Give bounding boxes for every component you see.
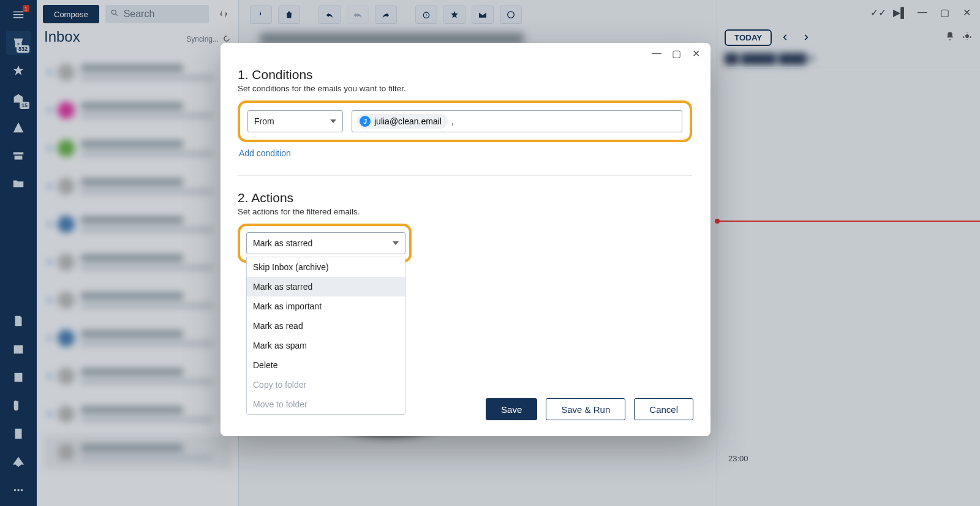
window-close-icon[interactable]: ✕ bbox=[960, 6, 973, 18]
email-chip[interactable]: J julia@clean.email bbox=[357, 114, 448, 129]
svg-point-1 bbox=[17, 489, 20, 491]
time-label: 23:00 bbox=[728, 454, 748, 463]
action-select[interactable]: Mark as starred bbox=[246, 232, 405, 254]
mark-read-icon[interactable] bbox=[472, 6, 494, 24]
dialog-minimize-icon[interactable]: — bbox=[652, 48, 662, 58]
contacts-nav-icon[interactable] bbox=[6, 365, 31, 390]
chevron-down-icon bbox=[330, 119, 336, 123]
dialog-close-icon[interactable]: ✕ bbox=[691, 48, 701, 58]
delete-icon[interactable] bbox=[278, 6, 300, 24]
cal-prev-icon[interactable] bbox=[778, 30, 793, 45]
conditions-title: 1. Conditions bbox=[238, 67, 692, 82]
message-list-pane: Compose Search Inbox Syncing... bbox=[37, 0, 239, 506]
input-trailing: , bbox=[451, 116, 454, 126]
folder-title: Inbox bbox=[44, 28, 80, 45]
action-option-mark-important[interactable]: Mark as important bbox=[247, 296, 405, 316]
spam-icon[interactable] bbox=[500, 6, 522, 24]
dialog-titlebar: — ▢ ✕ bbox=[221, 43, 710, 64]
attachments-nav-icon[interactable] bbox=[6, 393, 31, 418]
chip-avatar: J bbox=[360, 116, 371, 127]
calendar-timeline[interactable]: 23:00 bbox=[717, 67, 980, 506]
action-option-copy-folder[interactable]: Copy to folder bbox=[247, 375, 405, 395]
drive-nav-icon[interactable] bbox=[6, 450, 31, 474]
window-maximize-icon[interactable]: ▢ bbox=[938, 6, 951, 18]
archive-nav-icon[interactable] bbox=[6, 143, 31, 168]
svg-point-2 bbox=[21, 489, 23, 491]
reply-all-icon[interactable] bbox=[347, 6, 369, 24]
compose-button[interactable]: Compose bbox=[43, 5, 99, 23]
outbox-nav-icon[interactable]: 15 bbox=[6, 87, 31, 111]
add-condition-link[interactable]: Add condition bbox=[239, 148, 692, 158]
reply-icon[interactable] bbox=[318, 6, 341, 24]
inbox-nav-icon[interactable]: 832 bbox=[6, 31, 31, 55]
conditions-highlight: From J julia@clean.email , bbox=[238, 100, 692, 142]
cancel-button[interactable]: Cancel bbox=[634, 398, 693, 420]
chevron-down-icon bbox=[393, 241, 399, 245]
more-nav-icon[interactable] bbox=[6, 478, 31, 502]
section-divider bbox=[238, 175, 692, 176]
action-dropdown-list: Skip Inbox (archive) Mark as starred Mar… bbox=[246, 257, 405, 415]
menu-badge: 1 bbox=[23, 5, 29, 12]
save-button[interactable]: Save bbox=[486, 398, 537, 420]
action-option-delete[interactable]: Delete bbox=[247, 355, 405, 375]
condition-field-select[interactable]: From bbox=[247, 110, 343, 132]
action-option-mark-spam[interactable]: Mark as spam bbox=[247, 336, 405, 355]
window-controls: ✓✓ ▶▌ — ▢ ✕ bbox=[717, 0, 980, 25]
star-nav-icon[interactable] bbox=[6, 59, 31, 83]
search-icon bbox=[110, 9, 119, 20]
nav-sidebar: 1 832 15 bbox=[0, 0, 37, 506]
condition-value-input[interactable]: J julia@clean.email , bbox=[352, 110, 682, 132]
svg-point-3 bbox=[111, 10, 116, 14]
draft-nav-icon[interactable] bbox=[6, 309, 31, 333]
svg-point-0 bbox=[14, 489, 17, 491]
calendar-date-header[interactable]: ██ █████ ████ ▾ bbox=[717, 50, 980, 67]
actions-subtitle: Set actions for the filtered emails. bbox=[238, 207, 692, 216]
filter-rule-dialog: — ▢ ✕ 1. Conditions Set conditions for t… bbox=[221, 43, 710, 436]
settings-icon[interactable] bbox=[962, 31, 973, 44]
notifications-icon[interactable] bbox=[944, 31, 956, 44]
menu-icon[interactable]: 1 bbox=[6, 2, 31, 27]
calendar-nav-icon[interactable] bbox=[6, 337, 31, 361]
conditions-subtitle: Set conditions for the emails you want t… bbox=[238, 84, 692, 93]
window-minimize-icon[interactable]: — bbox=[916, 6, 929, 18]
inbox-count-badge: 832 bbox=[17, 45, 29, 53]
chip-label: julia@clean.email bbox=[374, 116, 442, 126]
folders-nav-icon[interactable] bbox=[6, 172, 31, 196]
calendar-pane: ✓✓ ▶▌ — ▢ ✕ TODAY ██ █████ ████ ▾ 23:00 bbox=[717, 0, 980, 506]
outbox-badge: 15 bbox=[20, 102, 29, 109]
message-list[interactable] bbox=[37, 48, 238, 506]
svg-point-5 bbox=[508, 12, 514, 18]
dialog-maximize-icon[interactable]: ▢ bbox=[671, 48, 681, 58]
cal-next-icon[interactable] bbox=[799, 30, 813, 45]
star-icon[interactable] bbox=[443, 6, 466, 24]
notes-nav-icon[interactable] bbox=[6, 421, 31, 446]
action-select-value: Mark as starred bbox=[253, 238, 312, 248]
task-done-icon[interactable]: ✓✓ bbox=[872, 6, 884, 18]
forward-icon[interactable] bbox=[375, 6, 397, 24]
save-and-run-button[interactable]: Save & Run bbox=[546, 398, 625, 420]
search-input[interactable]: Search bbox=[105, 5, 209, 23]
action-option-mark-starred[interactable]: Mark as starred bbox=[247, 277, 405, 296]
current-time-indicator bbox=[717, 221, 980, 222]
snooze-icon[interactable] bbox=[415, 6, 437, 24]
sent-nav-icon[interactable] bbox=[6, 115, 31, 140]
today-button[interactable]: TODAY bbox=[725, 29, 772, 46]
condition-field-value: From bbox=[254, 116, 274, 126]
sort-button[interactable] bbox=[215, 6, 232, 23]
archive-icon[interactable] bbox=[250, 6, 272, 24]
action-option-mark-read[interactable]: Mark as read bbox=[247, 316, 405, 336]
actions-highlight: Mark as starred Skip Inbox (archive) Mar… bbox=[238, 224, 412, 263]
action-option-move-folder[interactable]: Move to folder bbox=[247, 395, 405, 414]
message-toolbar bbox=[239, 0, 717, 29]
panel-toggle-icon[interactable]: ▶▌ bbox=[894, 6, 907, 18]
action-option-skip-inbox[interactable]: Skip Inbox (archive) bbox=[247, 257, 405, 277]
search-placeholder: Search bbox=[124, 9, 155, 20]
actions-title: 2. Actions bbox=[238, 191, 692, 205]
